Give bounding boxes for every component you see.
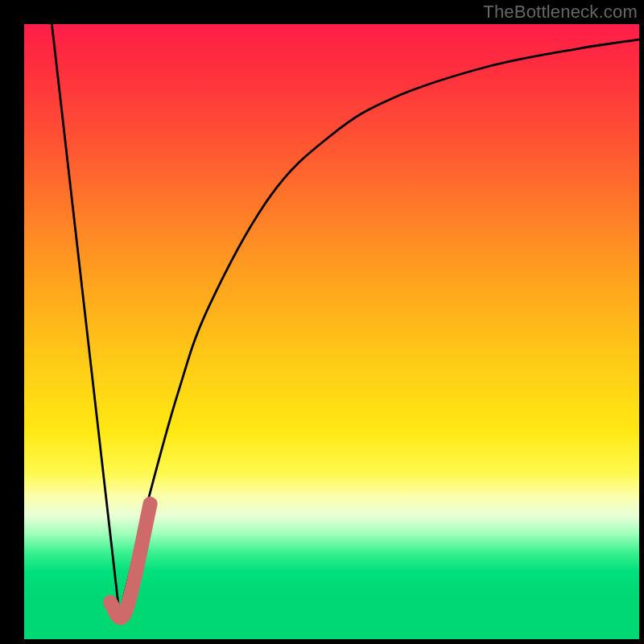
highlight-segment xyxy=(110,504,151,617)
attribution-label: TheBottleneck.com xyxy=(483,2,638,23)
right-curve-series xyxy=(119,39,639,614)
chart-svg xyxy=(24,24,639,639)
left-line-series xyxy=(52,24,119,614)
chart-plot-area xyxy=(24,24,639,639)
